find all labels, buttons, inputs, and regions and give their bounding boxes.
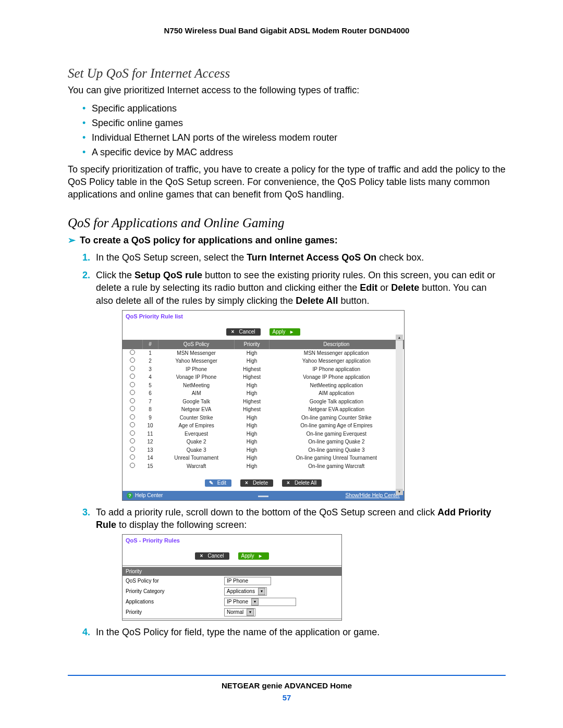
apply-button[interactable]: Apply▸ xyxy=(238,552,269,560)
document-header: N750 Wireless Dual Band Gigabit ADSL Mod… xyxy=(68,26,506,35)
close-icon: × xyxy=(285,479,291,487)
scroll-up-icon[interactable]: ▴ xyxy=(396,335,403,341)
play-icon: ▸ xyxy=(258,552,264,560)
delete-all-button[interactable]: ×Delete All xyxy=(282,479,322,487)
table-row: 12Quake 2HighOn-line gaming Quake 2 xyxy=(123,438,404,446)
row-num: 10 xyxy=(142,422,158,430)
row-radio[interactable] xyxy=(130,430,135,436)
row-radio[interactable] xyxy=(130,398,135,403)
row-radio[interactable] xyxy=(130,390,135,395)
row-num: 14 xyxy=(142,454,158,462)
traffic-types-list: Specific applications Specific online ga… xyxy=(68,102,506,160)
edit-button[interactable]: ✎Edit xyxy=(205,479,231,487)
row-priority: Highest xyxy=(235,405,269,414)
footer-label: NETGEAR genie ADVANCED Home xyxy=(68,681,506,690)
row-radio[interactable] xyxy=(130,350,135,355)
row-priority: High xyxy=(235,454,269,462)
scroll-down-icon[interactable]: ▾ xyxy=(396,489,403,495)
step-bold: Delete xyxy=(391,282,419,293)
collapse-icon[interactable]: ▬▬ xyxy=(258,492,268,499)
qos-priority-rules-form-screenshot: QoS - Priority Rules ×Cancel Apply▸ Prio… xyxy=(122,534,342,621)
row-priority: High xyxy=(235,430,269,438)
row-policy: Everquest xyxy=(158,430,235,438)
row-radio[interactable] xyxy=(130,447,135,452)
step-text: or xyxy=(377,282,391,293)
row-priority: High xyxy=(235,381,269,390)
section-heading-apps-gaming: QoS for Applications and Online Gaming xyxy=(68,216,506,230)
row-desc: On-line gaming Age of Empires xyxy=(269,422,403,430)
section-heading-qos-setup: Set Up QoS for Internet Access xyxy=(68,66,506,81)
row-num: 15 xyxy=(142,462,158,471)
row-desc: IP Phone application xyxy=(269,365,403,374)
applications-select[interactable]: IP Phone▾ xyxy=(224,598,296,606)
row-desc: AIM application xyxy=(269,389,403,398)
step-bold: Setup QoS rule xyxy=(134,270,202,280)
footer-rule xyxy=(68,675,506,676)
row-policy: Age of Empires xyxy=(158,422,235,430)
row-desc: NetMeeting application xyxy=(269,381,403,390)
field-row: Priority Category Applications▾ xyxy=(123,586,341,597)
close-icon: × xyxy=(198,552,204,560)
row-policy: Google Talk xyxy=(158,398,235,406)
scrollbar[interactable]: ▴ ▾ xyxy=(396,341,403,489)
row-radio[interactable] xyxy=(130,366,135,371)
help-link[interactable]: Show/Hide Help Center xyxy=(346,492,400,499)
row-num: 8 xyxy=(142,405,158,414)
row-num: 9 xyxy=(142,414,158,422)
row-radio[interactable] xyxy=(130,406,135,411)
apply-button[interactable]: Apply▸ xyxy=(270,328,300,336)
row-desc: Yahoo Messenger application xyxy=(269,357,403,365)
select-value: Applications xyxy=(227,588,255,595)
button-label: Apply xyxy=(273,328,286,336)
field-row: Applications IP Phone▾ xyxy=(123,597,341,607)
table-row: 15WarcraftHighOn-line gaming Warcraft xyxy=(123,462,404,471)
row-desc: MSN Messenger application xyxy=(269,349,403,357)
table-row: 11EverquestHighOn-line gaming Everquest xyxy=(123,430,404,438)
row-policy: Quake 3 xyxy=(158,446,235,454)
help-center-label: Help Center xyxy=(135,492,163,498)
cancel-button[interactable]: ×Cancel xyxy=(226,328,260,336)
row-policy: Warcraft xyxy=(158,462,235,471)
col-policy: QoS Policy xyxy=(158,340,235,349)
row-policy: MSN Messenger xyxy=(158,349,235,357)
step-text: Click the xyxy=(96,270,134,280)
select-value: IP Phone xyxy=(227,598,248,606)
row-radio[interactable] xyxy=(130,463,135,468)
row-radio[interactable] xyxy=(130,382,135,387)
table-row: 5NetMeetingHighNetMeeting application xyxy=(123,381,404,390)
priority-category-select[interactable]: Applications▾ xyxy=(224,587,267,596)
qos-policy-for-input[interactable]: IP Phone xyxy=(224,577,271,585)
row-desc: On-line gaming Warcraft xyxy=(269,462,403,471)
col-radio xyxy=(123,340,142,349)
row-priority: High xyxy=(235,438,269,446)
row-radio[interactable] xyxy=(130,454,135,460)
chevron-down-icon: ▾ xyxy=(251,598,259,606)
help-bar: ?Help Center ▬▬ Show/Hide Help Center xyxy=(123,491,404,500)
button-row: ×Cancel Apply▸ xyxy=(123,323,404,340)
row-num: 1 xyxy=(142,349,158,357)
row-priority: High xyxy=(235,414,269,422)
procedure-steps: In the QoS Setup screen, select the Turn… xyxy=(68,251,506,639)
row-priority: High xyxy=(235,462,269,471)
row-radio[interactable] xyxy=(130,357,135,363)
priority-select[interactable]: Normal▾ xyxy=(224,608,255,616)
button-label: Cancel xyxy=(239,328,255,336)
divider xyxy=(123,565,341,566)
list-item: Specific online games xyxy=(82,116,506,131)
row-radio[interactable] xyxy=(130,414,135,419)
cancel-button[interactable]: ×Cancel xyxy=(195,552,229,560)
table-row: 3IP PhoneHighestIP Phone application xyxy=(123,365,404,374)
row-policy: Vonage IP Phone xyxy=(158,373,235,381)
delete-button[interactable]: ×Delete xyxy=(240,479,273,487)
button-label: Cancel xyxy=(207,552,224,560)
row-radio[interactable] xyxy=(130,422,135,427)
step-text: check box. xyxy=(376,252,424,263)
row-radio[interactable] xyxy=(130,374,135,379)
step-text: button. xyxy=(338,295,370,306)
table-row: 1MSN MessengerHighMSN Messenger applicat… xyxy=(123,349,404,357)
row-desc: On-line gaming Quake 2 xyxy=(269,438,403,446)
step-3: To add a priority rule, scroll down to t… xyxy=(82,506,506,621)
row-radio[interactable] xyxy=(130,438,135,443)
row-priority: Highest xyxy=(235,365,269,374)
table-row: 6AIMHighAIM application xyxy=(123,389,404,398)
